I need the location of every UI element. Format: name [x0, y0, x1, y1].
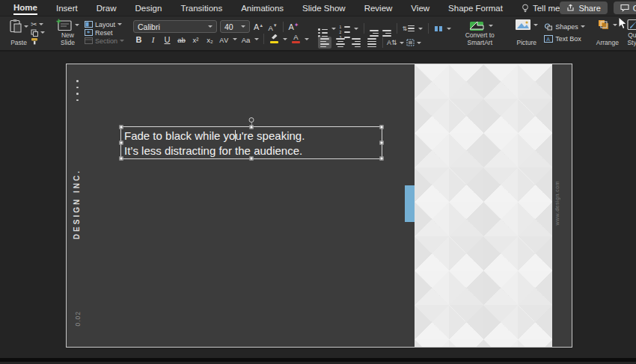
layout-button[interactable]: Layout: [85, 20, 124, 28]
picture-label: Picture: [517, 40, 536, 47]
shapes-caret[interactable]: [581, 25, 585, 28]
quick-styles-label: Quick Styles: [623, 32, 636, 47]
new-slide-label: New Slide: [57, 32, 79, 47]
resize-handle-nw[interactable]: [120, 126, 123, 129]
smartart-caret[interactable]: [489, 25, 493, 27]
paste-clipboard-icon: [9, 19, 22, 34]
cut-button[interactable]: ✂: [31, 20, 45, 28]
subscript-button[interactable]: x₂: [204, 34, 215, 45]
comment-icon: [620, 4, 629, 12]
comments-button[interactable]: Comments: [614, 1, 636, 14]
menu-design[interactable]: Design: [135, 1, 162, 14]
arrange-button[interactable]: Arrange: [594, 18, 621, 48]
slide-number-vertical-text[interactable]: 0.02: [74, 311, 82, 327]
format-painter-button[interactable]: [31, 37, 45, 45]
character-spacing-button[interactable]: AV: [218, 34, 230, 45]
increase-font-button[interactable]: A▲: [253, 21, 264, 32]
reset-button[interactable]: Reset: [85, 28, 124, 37]
columns-button[interactable]: [434, 22, 443, 35]
columns-caret[interactable]: [447, 28, 451, 30]
picture-button[interactable]: Picture: [513, 18, 540, 48]
line-spacing-caret[interactable]: [418, 28, 423, 30]
menu-home[interactable]: Home: [13, 1, 37, 15]
superscript-button[interactable]: x²: [190, 34, 201, 45]
website-vertical-text[interactable]: www.design.com: [554, 181, 560, 226]
slide[interactable]: DESIGN INC. 0.02 www.design.com Fade to …: [66, 64, 572, 348]
new-slide-caret[interactable]: [75, 24, 79, 26]
brand-vertical-text[interactable]: DESIGN INC.: [73, 169, 81, 239]
share-button[interactable]: Share: [560, 1, 607, 14]
change-case-caret[interactable]: [254, 38, 259, 40]
text-direction-caret[interactable]: [400, 42, 404, 44]
paste-dropdown-caret[interactable]: [24, 25, 28, 28]
font-size-caret[interactable]: [241, 25, 245, 28]
blue-accent-rectangle[interactable]: [405, 185, 415, 222]
change-case-button[interactable]: Aa: [240, 34, 251, 45]
convert-smartart-button[interactable]: Convert to SmartArt: [456, 18, 504, 48]
menu-transitions[interactable]: Transitions: [180, 1, 222, 14]
character-spacing-caret[interactable]: [233, 38, 237, 40]
section-caret[interactable]: [120, 40, 124, 42]
font-name-value: Calibri: [138, 22, 160, 31]
format-painter-icon: [31, 37, 39, 45]
cut-caret[interactable]: [39, 23, 43, 25]
resize-handle-e[interactable]: [380, 141, 384, 145]
paste-button[interactable]: Paste: [7, 18, 31, 48]
copy-caret[interactable]: [40, 31, 45, 34]
font-size-combo[interactable]: 40: [220, 20, 250, 33]
increase-indent-button[interactable]: [382, 21, 391, 37]
menu-insert[interactable]: Insert: [56, 1, 78, 14]
resize-handle-ne[interactable]: [380, 126, 384, 129]
strikethrough-button[interactable]: ab: [176, 34, 187, 45]
shapes-button[interactable]: Shapes: [544, 22, 585, 31]
text-direction-button[interactable]: A⇅: [387, 39, 397, 46]
bullets-button[interactable]: [318, 20, 328, 37]
menu-slide-show[interactable]: Slide Show: [302, 1, 346, 14]
layout-caret[interactable]: [117, 23, 122, 25]
align-left-button[interactable]: [318, 37, 331, 49]
font-name-combo[interactable]: Calibri: [133, 20, 217, 33]
reset-icon: [85, 29, 93, 36]
menu-shape-format[interactable]: Shape Format: [448, 1, 503, 14]
textbox-button[interactable]: A Text Box: [544, 34, 585, 43]
align-text-caret[interactable]: [417, 42, 421, 44]
resize-handle-sw[interactable]: [120, 157, 123, 161]
menu-animations[interactable]: Animations: [241, 1, 284, 14]
selected-text-box[interactable]: Fade to black while you're speaking. It’…: [120, 126, 382, 159]
resize-handle-s[interactable]: [250, 157, 254, 161]
rotation-handle[interactable]: [249, 117, 254, 123]
font-size-value: 40: [224, 22, 233, 31]
align-text-button[interactable]: [406, 36, 415, 49]
arrange-label: Arrange: [596, 40, 619, 47]
resize-handle-se[interactable]: [380, 157, 384, 161]
highlight-color-caret[interactable]: [283, 38, 287, 40]
line-spacing-button[interactable]: ⇅: [403, 25, 415, 32]
picture-caret[interactable]: [533, 24, 538, 26]
font-color-button[interactable]: A: [290, 34, 302, 45]
slide-text-line-1[interactable]: Fade to black while you're speaking.: [124, 129, 382, 144]
menu-tell-me[interactable]: Tell me: [522, 1, 560, 14]
underline-button[interactable]: U: [162, 34, 173, 45]
arrange-caret[interactable]: [613, 24, 617, 26]
font-color-caret[interactable]: [305, 38, 309, 40]
resize-handle-w[interactable]: [120, 141, 123, 145]
decrease-indent-button[interactable]: [370, 21, 379, 37]
justify-button[interactable]: [365, 37, 379, 49]
italic-button[interactable]: I: [147, 34, 159, 45]
font-name-caret[interactable]: [208, 25, 212, 28]
align-right-button[interactable]: [349, 37, 363, 49]
menu-draw[interactable]: Draw: [97, 1, 117, 14]
bullets-caret[interactable]: [331, 28, 336, 30]
align-center-button[interactable]: [334, 37, 347, 49]
clear-formatting-button[interactable]: A✦: [288, 21, 299, 32]
new-slide-button[interactable]: New Slide: [54, 18, 82, 48]
bold-button[interactable]: B: [133, 34, 144, 45]
section-button[interactable]: Section: [85, 37, 124, 45]
menu-view[interactable]: View: [411, 1, 429, 14]
resize-handle-n[interactable]: [250, 126, 254, 129]
menu-review[interactable]: Review: [364, 1, 393, 14]
copy-button[interactable]: [31, 28, 45, 37]
numbering-caret[interactable]: [354, 28, 358, 30]
decrease-font-button[interactable]: A▼: [267, 21, 278, 32]
highlight-color-button[interactable]: [269, 34, 280, 45]
